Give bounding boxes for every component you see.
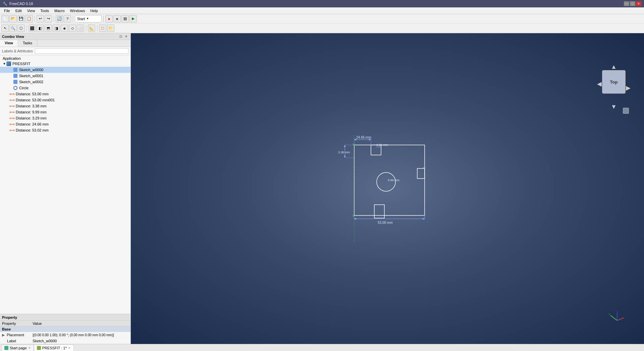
labels-label: Labels & Attributes [2,49,33,53]
start-page-label: Start page [10,346,27,350]
tree-sketch-w0002[interactable]: Sketch_w0002 [0,79,130,85]
menu-tools[interactable]: Tools [38,8,52,13]
tab-view[interactable]: View [0,40,18,47]
circle-label: Circle [19,86,29,90]
dropdown-arrow-icon: ▼ [86,17,89,20]
nav-home-icon[interactable] [623,108,629,114]
select-tool-button[interactable]: ↖ [1,24,9,32]
tree-circle[interactable]: Circle [0,85,130,91]
tab-start-page[interactable]: Start page ✕ [1,345,34,351]
undo-button[interactable]: ↩ [37,15,44,22]
folder-button[interactable]: 📁 [107,24,114,32]
pressfit-expand-arrow[interactable]: ▼ [3,62,6,65]
ortho-view-button[interactable]: ⬜ [77,24,84,32]
tree-sketch-w0001[interactable]: Sketch_w0001 [0,73,130,79]
combo-float-button[interactable]: ⊡ [118,34,123,39]
labels-attributes-section: Labels & Attributes [0,47,130,55]
close-button[interactable]: ✕ [636,1,641,6]
tree-dist-53-02[interactable]: ⟺ Distance: 53.02 mm [0,127,130,133]
svg-text:Y: Y [608,313,610,316]
record-button[interactable]: ● [105,15,113,22]
viewport[interactable]: ▲ ◀ Top ▶ ▼ [131,33,644,344]
help-button[interactable]: ? [64,15,71,22]
menu-view[interactable]: View [24,8,38,13]
axo-view-button[interactable]: ◇ [69,24,76,32]
combo-close-button[interactable]: ✕ [124,34,128,39]
play-button[interactable]: ▶ [129,15,137,22]
menu-edit[interactable]: Edit [13,8,24,13]
constraint-icon-2: ⟺ [9,97,15,103]
start-page-close-icon[interactable]: ✕ [28,346,31,350]
nav-up-arrow[interactable]: ▲ [611,63,617,70]
property-col-label: Property [2,315,17,319]
prop-row-label[interactable]: Label Sketch_w0000 [0,338,130,344]
dist-9-99-label: Distance: 9.99 mm [16,110,47,114]
svg-text:×: × [352,142,355,147]
dim-3-29-label: 3.29 mm [376,143,388,147]
dist-53-02-label: Distance: 53.02 mm [16,128,49,132]
tree-pressfit[interactable]: ▼ PRESSFIT [0,61,130,67]
labels-search-input[interactable] [35,48,128,54]
tree-dist-3-38[interactable]: ⟺ Distance: 3.38 mm [0,103,130,109]
nav-down-arrow[interactable]: ▼ [611,103,617,110]
open-file-button[interactable]: 📂 [9,15,17,22]
pressfit-label: PRESSFIT [12,62,31,66]
tab-tasks[interactable]: Tasks [18,40,37,47]
stop-button[interactable]: ■ [113,15,121,22]
measure-button[interactable]: 📐 [88,24,95,32]
tb2-sep1 [26,25,27,32]
part-button[interactable]: ⬡ [99,24,106,32]
nav-cube-label: Top [610,80,618,85]
new-file-button[interactable]: 📄 [1,15,9,22]
sketch-w0000-icon [13,67,18,72]
prop-section-base: Base [0,327,130,332]
tree-dist-3-29[interactable]: ⟺ Distance: 3.29 mm [0,115,130,121]
box-view-button[interactable]: ⬛ [29,24,36,32]
menu-help[interactable]: Help [88,8,101,13]
tree-dist-24-66[interactable]: ⟺ Distance: 24.66 mm [0,121,130,127]
bottom-tabs: Start page ✕ PRESSFIT : 1* ✕ [0,344,644,351]
dist-53-00-label: Distance: 53.00 mm [16,92,49,96]
start-dropdown[interactable]: Start ▼ [75,15,102,22]
front-view-button[interactable]: ◧ [37,24,44,32]
maximize-button[interactable]: □ [630,1,635,6]
redo-button[interactable]: ↪ [45,15,52,22]
tree-section: Application ▼ PRESSFIT Sketch_w0000 Sk [0,55,130,314]
menu-file[interactable]: File [1,8,13,13]
pressfit-close-icon[interactable]: ✕ [68,346,71,350]
refresh-button[interactable]: 🔄 [56,15,63,22]
prop-placement-value: [(0.00 0.00 1.00); 0.00 °; (0.00 mm 0.00… [31,332,130,338]
nav-cube[interactable]: ▲ ◀ Top ▶ ▼ [597,63,631,114]
menu-bar: File Edit View Tools Macro Windows Help [0,7,644,14]
macro-button[interactable]: ▤ [121,15,129,22]
circle-arrow [9,86,13,90]
nav-left-arrow[interactable]: ◀ [597,80,602,88]
svg-line-27 [610,315,617,320]
sketch-w0002-arrow [9,80,13,84]
combo-view-header: Combo View ⊡ ✕ [0,33,130,40]
top-view-button[interactable]: ⬒ [45,24,52,32]
zoom-tool-button[interactable]: 🔍 [9,24,17,32]
right-view-button[interactable]: ◨ [53,24,60,32]
tab-pressfit[interactable]: PRESSFIT : 1* ✕ [34,345,74,351]
shape-button[interactable]: ⬡ [17,24,25,32]
nav-right-arrow[interactable]: ▶ [626,84,631,92]
menu-macro[interactable]: Macro [52,8,67,13]
sketch-w0001-icon [13,73,18,79]
tree-dist-53-00-001[interactable]: ⟺ Distance: 53.00 mm001 [0,97,130,103]
prop-row-placement[interactable]: ▶ Placement [(0.00 0.00 1.00); 0.00 °; (… [0,332,130,338]
minimize-button[interactable]: — [624,1,629,6]
application-label: Application [3,56,21,60]
tree-dist-53-00[interactable]: ⟺ Distance: 53.00 mm [0,91,130,97]
save-as-button[interactable]: 📋 [25,15,33,22]
nav-cube-box[interactable]: Top [602,70,626,94]
save-button[interactable]: 💾 [17,15,25,22]
title-bar: 🔧 FreeCAD 0.18 — □ ✕ [0,0,644,7]
tree-dist-9-99[interactable]: ⟺ Distance: 9.99 mm [0,109,130,115]
placement-expand-icon[interactable]: ▶ [2,333,5,337]
iso-view-button[interactable]: ◈ [61,24,68,32]
tree-application: Application [0,56,130,61]
tree-sketch-w0000[interactable]: Sketch_w0000 [0,67,130,73]
svg-rect-2 [374,205,384,218]
menu-windows[interactable]: Windows [67,8,88,13]
